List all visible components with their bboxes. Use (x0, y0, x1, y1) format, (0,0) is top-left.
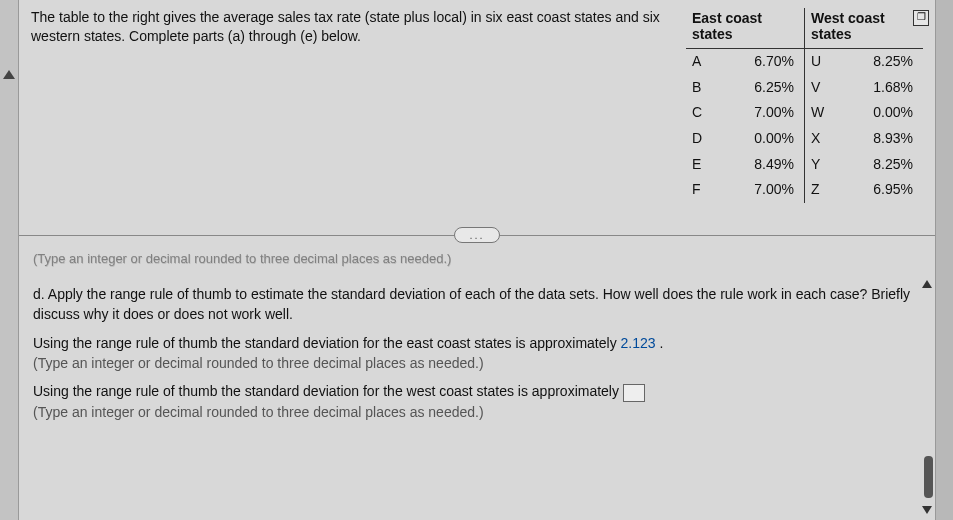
west-label: W (805, 100, 848, 126)
separator-line (19, 235, 454, 236)
east-label: C (686, 100, 728, 126)
west-value: 8.93% (847, 126, 923, 152)
part-d-question: d. Apply the range rule of thumb to esti… (33, 284, 921, 325)
west-answer-input[interactable] (623, 384, 645, 402)
east-label: B (686, 75, 728, 101)
east-label: D (686, 126, 728, 152)
scroll-up-icon[interactable] (3, 70, 15, 79)
right-scrollbar[interactable] (919, 280, 935, 520)
expand-button[interactable]: ... (454, 227, 499, 243)
table-row: D0.00% (686, 126, 804, 152)
east-sentence-pre: Using the range rule of thumb the standa… (33, 335, 621, 351)
scroll-thumb[interactable] (924, 456, 933, 498)
table-row: A6.70% (686, 49, 804, 75)
east-label: A (686, 49, 728, 75)
east-value: 0.00% (728, 126, 804, 152)
east-table: East coast states A6.70% B6.25% C7.00% D… (686, 8, 804, 203)
table-row: W0.00% (805, 100, 924, 126)
east-hint: (Type an integer or decimal rounded to t… (33, 355, 484, 371)
east-answer-line: Using the range rule of thumb the standa… (33, 333, 921, 374)
west-value: 1.68% (847, 75, 923, 101)
separator-line (500, 235, 935, 236)
table-row: V1.68% (805, 75, 924, 101)
east-label: E (686, 152, 728, 178)
east-value: 6.70% (728, 49, 804, 75)
table-row: B6.25% (686, 75, 804, 101)
east-header: East coast states (686, 8, 804, 49)
table-row: U8.25% (805, 49, 924, 75)
data-table: East coast states A6.70% B6.25% C7.00% D… (686, 8, 923, 203)
west-value: 6.95% (847, 177, 923, 203)
east-label: F (686, 177, 728, 203)
west-table: West coast states U8.25% V1.68% W0.00% X… (804, 8, 923, 203)
east-value: 7.00% (728, 100, 804, 126)
west-header: West coast states (805, 8, 924, 49)
west-answer-line: Using the range rule of thumb the standa… (33, 381, 921, 422)
east-value: 6.25% (728, 75, 804, 101)
east-value: 8.49% (728, 152, 804, 178)
west-value: 8.25% (847, 49, 923, 75)
west-label: Y (805, 152, 848, 178)
left-scroll-gutter (0, 0, 18, 520)
west-value: 8.25% (847, 152, 923, 178)
west-hint: (Type an integer or decimal rounded to t… (33, 404, 484, 420)
scroll-down-icon[interactable] (922, 506, 932, 514)
west-label: X (805, 126, 848, 152)
question-prompt: The table to the right gives the average… (31, 8, 686, 46)
east-value: 7.00% (728, 177, 804, 203)
table-row: Y8.25% (805, 152, 924, 178)
west-value: 0.00% (847, 100, 923, 126)
west-sentence-pre: Using the range rule of thumb the standa… (33, 383, 623, 399)
table-row: Z6.95% (805, 177, 924, 203)
section-separator: ... (19, 227, 935, 243)
west-label: V (805, 75, 848, 101)
table-row: E8.49% (686, 152, 804, 178)
question-panel: ❐ The table to the right gives the avera… (18, 0, 936, 520)
table-row: F7.00% (686, 177, 804, 203)
scroll-up-icon[interactable] (922, 280, 932, 288)
east-sentence-post: . (656, 335, 664, 351)
east-answer-value: 2.123 (621, 335, 656, 351)
table-row: C7.00% (686, 100, 804, 126)
popout-icon[interactable]: ❐ (913, 10, 929, 26)
west-label: Z (805, 177, 848, 203)
table-row: X8.93% (805, 126, 924, 152)
previous-hint-ghost: (Type an integer or decimal rounded to t… (19, 247, 935, 276)
west-label: U (805, 49, 848, 75)
